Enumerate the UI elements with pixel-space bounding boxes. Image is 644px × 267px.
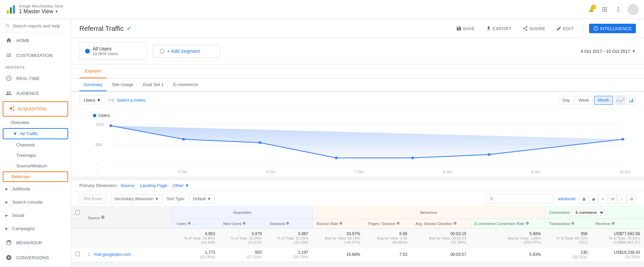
intelligence-button[interactable]: INTELLIGENCE	[589, 24, 636, 33]
pivot-view-button[interactable]: ↕	[618, 194, 626, 203]
avatar[interactable]	[628, 4, 639, 15]
pie-view-button[interactable]: ◕	[589, 194, 598, 203]
sidebar-sub-source-medium[interactable]: Source/Medium	[0, 161, 71, 171]
ecomm-rate-header[interactable]: E-commerce Conversion Rate	[470, 219, 545, 229]
sidebar-item-search-console[interactable]: ▶ Search console	[0, 196, 71, 209]
secondary-dimension-dropdown[interactable]: Secondary dimension ▼	[111, 194, 162, 203]
transactions-header[interactable]: Transactions	[545, 219, 591, 229]
sidebar-item-social[interactable]: ▶ Social	[0, 209, 71, 222]
sidebar-sub-treemaps[interactable]: Treemaps	[0, 150, 71, 161]
sidebar-sub-referrals[interactable]: Referrals	[3, 171, 68, 182]
revenue-header[interactable]: Revenue	[591, 219, 644, 229]
realtime-icon	[5, 75, 12, 82]
select-metric-link[interactable]: Select a metric	[117, 98, 146, 103]
sidebar-item-audience[interactable]: AUDIENCE	[0, 86, 71, 101]
day-button[interactable]: Day	[559, 96, 573, 105]
sidebar-sub-overview[interactable]: Overview	[0, 117, 71, 128]
row-checkbox[interactable]	[75, 252, 80, 256]
save-button[interactable]: SAVE	[453, 24, 478, 33]
metric-dropdown[interactable]: Users ▼	[79, 95, 105, 105]
adwords-label: AdWords	[12, 186, 30, 191]
overview-label: Overview	[11, 120, 29, 125]
conversions-select[interactable]: E-commerce	[572, 209, 605, 216]
month-button[interactable]: Month	[594, 96, 613, 105]
search-input[interactable]	[13, 23, 65, 28]
reports-section-label: Reports	[0, 63, 71, 71]
export-button[interactable]: EXPORT	[483, 24, 514, 33]
notification-icon[interactable]: 🔔 1	[587, 5, 595, 14]
audience-label: AUDIENCE	[16, 91, 39, 96]
chart-controls: Users ▼ VS Select a metric Day Week Mont…	[71, 92, 644, 109]
edit-button[interactable]: EDIT	[553, 24, 577, 33]
sidebar-sub-channels[interactable]: Channels	[0, 140, 71, 150]
referrals-label: Referrals	[12, 174, 30, 179]
week-button[interactable]: Week	[575, 96, 592, 105]
sidebar-item-realtime[interactable]: REAL-TIME	[0, 71, 71, 86]
date-range-selector[interactable]: 4 Oct 2017 - 10 Oct 2017 ▼	[581, 49, 636, 54]
apps-icon[interactable]	[601, 5, 609, 14]
compare-view-button[interactable]: ⇄	[608, 194, 617, 203]
source-header[interactable]: Source	[84, 206, 173, 229]
checkbox-header[interactable]	[71, 206, 84, 219]
share-icon	[523, 26, 528, 31]
default-dropdown[interactable]: Default ▼	[189, 194, 215, 203]
advanced-link[interactable]: advanced	[558, 197, 575, 201]
explorer-tab[interactable]: Explorer	[79, 64, 106, 78]
share-button[interactable]: SHARE	[520, 24, 548, 33]
table-search-box[interactable]	[486, 194, 554, 203]
source-link[interactable]: Source	[120, 183, 134, 188]
tab-goal-set[interactable]: Goal Set 1	[139, 79, 168, 91]
conversions-icon	[5, 254, 12, 261]
total-avg-dur: 00:03:15 Avg for View: 00:02:03 (57.98%)	[411, 229, 470, 247]
new-users-header[interactable]: New Users	[219, 219, 266, 229]
line-chart-icon	[616, 98, 619, 103]
row-sessions: 2,197 (36.70%)	[266, 247, 312, 262]
sidebar-item-campaigns[interactable]: ▶ Campaigns	[0, 222, 71, 235]
sidebar-item-conversions[interactable]: CONVERSIONS	[0, 250, 71, 265]
chart-type-buttons: 📈 📊	[616, 96, 636, 105]
dimension-bar: Primary Dimension: Source Landing Page O…	[71, 180, 644, 192]
more-icon[interactable]	[614, 5, 622, 14]
top-right-icons: 🔔 1	[587, 4, 639, 15]
bar-view-button[interactable]: ≡	[599, 194, 607, 203]
bounce-rate-header[interactable]: Bounce Rate	[312, 219, 364, 229]
total-transactions: 358 % of Total: 68.71% (521)	[545, 229, 591, 247]
realtime-label: REAL-TIME	[16, 76, 40, 81]
bar-chart-button[interactable]: 📊	[626, 96, 636, 105]
sidebar-item-customisation[interactable]: CUSTOMISATION	[0, 48, 71, 63]
sidebar-item-adwords[interactable]: ▶ AdWords	[0, 182, 71, 196]
grid-view-button[interactable]: ▦	[580, 194, 588, 203]
add-segment-button[interactable]: + Add Segment	[153, 45, 220, 58]
analytics-logo	[5, 4, 16, 15]
table-search-input[interactable]	[496, 197, 550, 201]
table-section: Primary Dimension: Source Landing Page O…	[71, 179, 644, 262]
sidebar-item-home[interactable]: HOME	[0, 33, 71, 48]
tab-site-usage[interactable]: Site Usage	[108, 79, 138, 91]
sidebar-search-area[interactable]	[0, 19, 71, 33]
tab-summary[interactable]: Summary	[79, 79, 106, 91]
time-range-buttons: Day Week Month	[559, 96, 613, 105]
svg-rect-0	[7, 10, 9, 14]
sidebar-item-acquisition[interactable]: ACQUISITION	[3, 101, 68, 117]
select-all-checkbox[interactable]	[75, 210, 80, 214]
custom-view-button[interactable]: ⊞	[627, 194, 636, 203]
svg-text:...: ...	[96, 162, 99, 165]
avg-session-header[interactable]: Avg. Session Duration	[411, 219, 470, 229]
sub-tabs: Summary Site Usage Goal Set 1 E-commerce	[71, 79, 644, 91]
sessions-header[interactable]: Sessions	[266, 219, 312, 229]
line-chart-button[interactable]: 📈	[616, 96, 625, 105]
tab-ecommerce[interactable]: E-commerce	[169, 79, 202, 91]
source-cell[interactable]: 1. mall.googleplex.com	[84, 247, 173, 262]
view-dropdown-arrow[interactable]: ▼	[55, 9, 59, 14]
users-header[interactable]: Users ↓	[173, 219, 219, 229]
sidebar-sub-all-traffic[interactable]: ▼ All Traffic	[3, 128, 68, 139]
landing-page-link[interactable]: Landing Page	[140, 183, 167, 188]
other-link[interactable]: Other ▼	[173, 183, 189, 188]
all-users-segment[interactable]: All Users 19.86% Users	[79, 42, 147, 60]
row-pages: 7.53	[364, 247, 411, 262]
add-segment-label: + Add Segment	[167, 48, 200, 54]
pages-session-header[interactable]: Pages / Session	[364, 219, 411, 229]
total-pages: 5.68 Avg for View: 3.56 (59.80%)	[364, 229, 411, 247]
conversions-label: CONVERSIONS	[16, 255, 49, 260]
sidebar-item-behaviour[interactable]: BEHAVIOUR	[0, 235, 71, 250]
